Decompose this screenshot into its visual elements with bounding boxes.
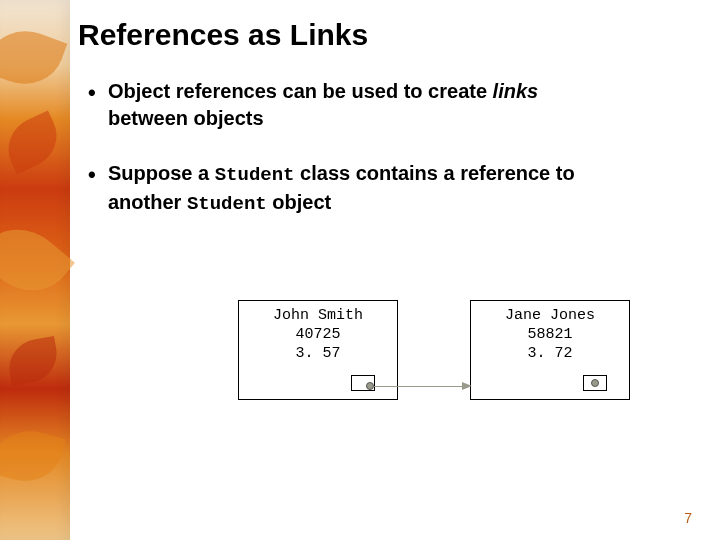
code-text: Student [187,193,267,215]
text: Suppose a [108,162,215,184]
student-object-right: Jane Jones 58821 3. 72 [470,300,630,400]
code-text: Student [215,164,295,186]
slide-title: References as Links [78,18,690,52]
reference-dot-icon [591,379,599,387]
leaf-decoration [0,110,67,174]
student-name: Jane Jones [471,307,629,326]
student-object-left: John Smith 40725 3. 57 [238,300,398,400]
bullet-list: Object references can be used to create … [86,78,690,217]
leaf-decoration [5,336,62,386]
leaf-decoration [0,20,67,96]
text: another [108,191,187,213]
bullet-item: Object references can be used to create … [86,78,690,132]
object-diagram: John Smith 40725 3. 57 Jane Jones 58821 … [238,300,658,430]
italic-text: links [493,80,539,102]
student-id: 58821 [471,326,629,345]
student-gpa: 3. 72 [471,345,629,364]
student-name: John Smith [239,307,397,326]
student-id: 40725 [239,326,397,345]
arrow-head-icon [462,382,472,390]
decorative-sidebar [0,0,70,540]
bullet-item: Suppose a Student class contains a refer… [86,160,690,217]
text: class contains a reference to [295,162,575,184]
slide-number: 7 [684,510,692,526]
reference-dot-icon [366,382,374,390]
slide-content: References as Links Object references ca… [78,0,720,540]
text: object [267,191,331,213]
student-gpa: 3. 57 [239,345,397,364]
leaf-decoration [0,211,75,308]
reference-arrow [374,386,464,387]
text: between objects [108,107,264,129]
leaf-decoration [0,422,66,489]
reference-slot [583,375,607,391]
text: Object references can be used to create [108,80,493,102]
